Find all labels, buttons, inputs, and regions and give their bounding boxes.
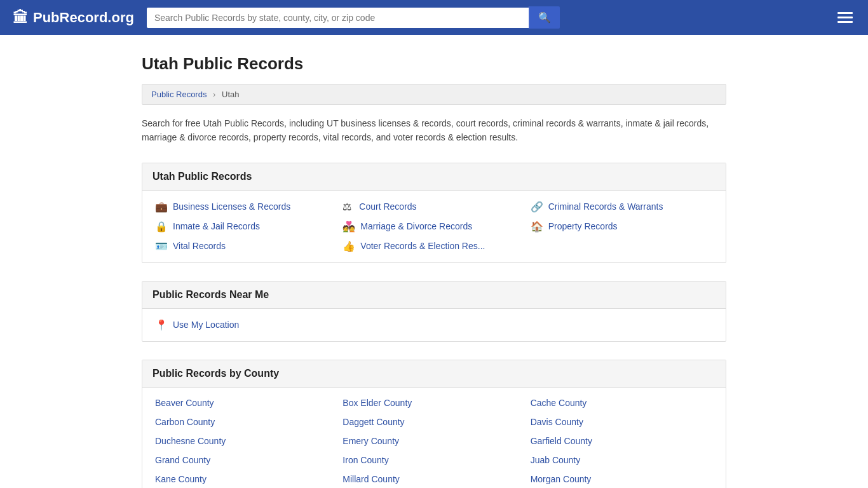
county-link-5[interactable]: Davis County bbox=[531, 417, 713, 427]
record-icon-2: 🔗 bbox=[531, 201, 543, 213]
search-button[interactable]: 🔍 bbox=[529, 6, 560, 29]
record-label-6: Vital Records bbox=[173, 241, 226, 251]
record-label-1: Court Records bbox=[359, 201, 416, 212]
county-link-14[interactable]: Morgan County bbox=[531, 474, 713, 484]
record-item-3[interactable]: 🔒 Inmate & Jail Records bbox=[155, 220, 337, 233]
county-section: Public Records by County Beaver CountyBo… bbox=[142, 360, 726, 488]
near-me-section-header: Public Records Near Me bbox=[142, 281, 726, 309]
record-item-5[interactable]: 🏠 Property Records bbox=[531, 220, 713, 233]
record-icon-6: 🪪 bbox=[155, 240, 168, 252]
county-link-7[interactable]: Emery County bbox=[342, 436, 525, 446]
county-link-1[interactable]: Box Elder County bbox=[342, 398, 525, 408]
county-link-3[interactable]: Carbon County bbox=[155, 417, 337, 427]
use-my-location[interactable]: 📍 Use My Location bbox=[155, 319, 713, 331]
logo-text: PubRecord.org bbox=[33, 10, 134, 26]
record-item-1[interactable]: ⚖ Court Records bbox=[342, 201, 525, 213]
record-icon-5: 🏠 bbox=[531, 220, 543, 233]
county-link-6[interactable]: Duchesne County bbox=[155, 436, 337, 446]
records-section: Utah Public Records 💼 Business Licenses … bbox=[142, 163, 726, 263]
location-icon: 📍 bbox=[155, 319, 168, 331]
record-label-3: Inmate & Jail Records bbox=[173, 221, 260, 231]
records-grid: 💼 Business Licenses & Records ⚖ Court Re… bbox=[155, 201, 713, 252]
county-link-11[interactable]: Juab County bbox=[531, 455, 713, 465]
use-my-location-label: Use My Location bbox=[173, 320, 239, 330]
record-item-0[interactable]: 💼 Business Licenses & Records bbox=[155, 201, 337, 213]
county-link-9[interactable]: Grand County bbox=[155, 455, 337, 465]
record-label-2: Criminal Records & Warrants bbox=[548, 201, 663, 212]
record-item-6[interactable]: 🪪 Vital Records bbox=[155, 240, 337, 252]
record-icon-7: 👍 bbox=[342, 240, 355, 252]
breadcrumb: Public Records › Utah bbox=[142, 84, 726, 105]
county-link-0[interactable]: Beaver County bbox=[155, 398, 337, 408]
record-icon-4: 💑 bbox=[342, 220, 355, 233]
county-link-13[interactable]: Millard County bbox=[342, 474, 525, 484]
menu-bar-3 bbox=[837, 21, 853, 23]
record-item-4[interactable]: 💑 Marriage & Divorce Records bbox=[342, 220, 525, 233]
search-container: 🔍 bbox=[147, 6, 560, 29]
records-section-header: Utah Public Records bbox=[142, 163, 726, 191]
logo-icon: 🏛 bbox=[13, 9, 28, 27]
record-item-7[interactable]: 👍 Voter Records & Election Res... bbox=[342, 240, 525, 252]
site-logo[interactable]: 🏛 PubRecord.org bbox=[13, 9, 134, 27]
record-label-4: Marriage & Divorce Records bbox=[360, 221, 472, 231]
county-link-4[interactable]: Daggett County bbox=[342, 417, 525, 427]
menu-bar-2 bbox=[837, 17, 853, 18]
breadcrumb-parent[interactable]: Public Records bbox=[151, 90, 207, 99]
county-link-2[interactable]: Cache County bbox=[531, 398, 713, 408]
record-icon-3: 🔒 bbox=[155, 220, 168, 233]
breadcrumb-separator: › bbox=[213, 90, 215, 99]
page-description: Search for free Utah Public Records, inc… bbox=[142, 116, 726, 145]
record-item-2[interactable]: 🔗 Criminal Records & Warrants bbox=[531, 201, 713, 213]
county-link-8[interactable]: Garfield County bbox=[531, 436, 713, 446]
page-title: Utah Public Records bbox=[142, 54, 726, 74]
breadcrumb-current: Utah bbox=[222, 90, 239, 99]
record-label-5: Property Records bbox=[548, 221, 618, 231]
record-icon-1: ⚖ bbox=[342, 201, 354, 213]
near-me-section: Public Records Near Me 📍 Use My Location bbox=[142, 281, 726, 342]
county-link-10[interactable]: Iron County bbox=[342, 455, 525, 465]
menu-button[interactable] bbox=[835, 10, 855, 25]
county-grid: Beaver CountyBox Elder CountyCache Count… bbox=[155, 398, 713, 484]
menu-bar-1 bbox=[837, 12, 853, 14]
record-label-0: Business Licenses & Records bbox=[173, 201, 290, 212]
county-section-header: Public Records by County bbox=[142, 360, 726, 388]
record-icon-0: 💼 bbox=[155, 201, 168, 213]
search-input[interactable] bbox=[147, 8, 529, 28]
record-label-7: Voter Records & Election Res... bbox=[360, 241, 485, 251]
county-link-12[interactable]: Kane County bbox=[155, 474, 337, 484]
